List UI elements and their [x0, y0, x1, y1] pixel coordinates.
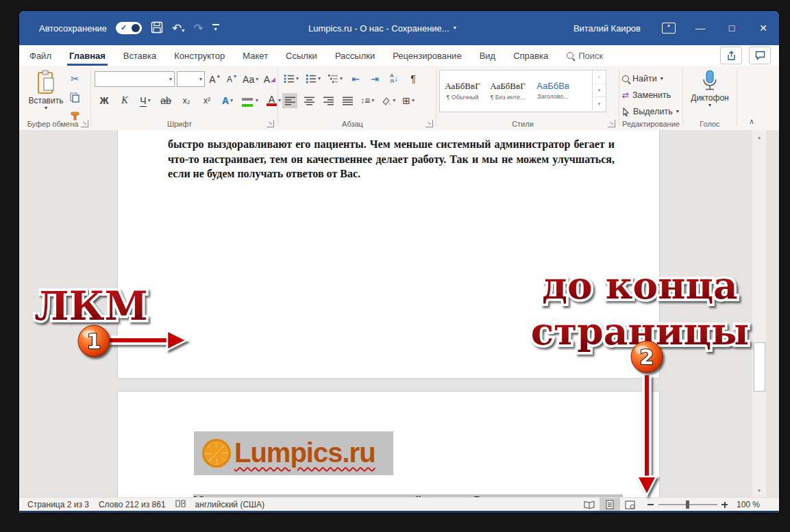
autosave-toggle[interactable]: ✓ [116, 22, 142, 34]
grow-font-button[interactable]: А▴ [207, 72, 222, 87]
collapse-ribbon-button[interactable]: ∧ [749, 117, 754, 126]
zoom-level[interactable]: 100 % [737, 500, 760, 509]
justify-button[interactable] [340, 93, 355, 108]
dictate-button[interactable]: Диктофон ▾ [690, 70, 730, 108]
italic-button[interactable]: К [117, 93, 132, 108]
page1-paragraph[interactable]: быстро выздоравливают его пациенты. Чем … [168, 137, 615, 181]
page-indicator[interactable]: Страница 2 из 3 [27, 500, 89, 509]
close-button[interactable]: ✕ [748, 11, 779, 45]
gallery-scroll-down-icon[interactable]: ▾ [593, 84, 606, 98]
ribbon-display-options-button[interactable]: ▴ [653, 11, 684, 45]
tab-insert[interactable]: Вставка [114, 45, 165, 66]
clipboard-dialog-launcher[interactable]: ↘ [81, 120, 88, 127]
find-button[interactable]: Найти ▾ [622, 71, 679, 86]
multilevel-list-button[interactable]: ▾ [326, 71, 344, 86]
line-spacing-lines-icon: ≡ [365, 95, 370, 106]
zoom-slider[interactable] [658, 504, 717, 505]
tab-mailings[interactable]: Рассылки [326, 45, 384, 66]
styles-dialog-launcher[interactable]: ↘ [608, 120, 615, 127]
paragraph-dialog-launcher[interactable]: ↘ [425, 120, 433, 127]
search-box[interactable]: Поиск [567, 51, 603, 61]
select-dropdown-icon: ▾ [676, 109, 679, 114]
print-layout-button[interactable] [600, 498, 620, 511]
page-2[interactable]: Lumpics.ru Мы — группа энтузиастов, одер… [118, 392, 659, 497]
font-dialog-launcher[interactable]: ↘ [267, 120, 274, 127]
undo-button[interactable]: ↶▾ [172, 23, 184, 34]
multilevel-dropdown-icon: ▾ [340, 76, 343, 81]
font-size-combo[interactable]: ▾ [177, 71, 205, 87]
style-no-spacing[interactable]: АаБбВвГ ¶ Без инте... [485, 71, 530, 110]
paste-button[interactable]: Вставить ▾ [27, 70, 64, 126]
strikethrough-button[interactable]: ab [158, 93, 173, 108]
tab-view[interactable]: Вид [471, 45, 505, 66]
style-heading1[interactable]: АаБбВв Заголово... [530, 71, 576, 110]
underline-dropdown-icon: ▾ [148, 98, 151, 103]
select-button[interactable]: Выделить ▾ [622, 104, 679, 119]
logo-text[interactable]: Lumpics.ru [234, 438, 375, 468]
customize-qat-button[interactable]: ▾ [212, 24, 219, 32]
style-sample: АаБбВвГ [445, 81, 480, 92]
align-right-button[interactable] [321, 93, 336, 108]
tab-file[interactable]: Файл [21, 45, 60, 66]
page-1[interactable]: быстро выздоравливают его пациенты. Чем … [118, 130, 659, 378]
comments-button[interactable] [749, 47, 771, 64]
copy-button[interactable] [67, 90, 82, 105]
align-left-button[interactable] [282, 93, 297, 108]
clipboard-small-buttons: ✂ [67, 71, 82, 123]
tab-review[interactable]: Рецензирование [384, 45, 470, 66]
title-dropdown-icon[interactable]: ▾ [454, 25, 456, 31]
gallery-expand-icon[interactable]: ▾ [593, 97, 606, 110]
scroll-down-button[interactable]: ▾ [753, 485, 765, 496]
web-layout-button[interactable] [620, 498, 641, 511]
tab-help[interactable]: Справка [504, 45, 557, 66]
show-marks-button[interactable]: ¶ [406, 71, 421, 86]
scrollbar-thumb[interactable] [754, 342, 765, 392]
bold-button[interactable]: Ж [97, 93, 112, 108]
minimize-button[interactable]: — [684, 11, 716, 45]
gallery-scroll-up-icon[interactable]: ▴ [593, 71, 606, 84]
proofing-status[interactable] [175, 499, 186, 510]
save-button[interactable] [151, 21, 163, 36]
tab-home[interactable]: Главная [60, 45, 114, 66]
logo-selection[interactable]: Lumpics.ru [194, 431, 393, 475]
shading-button[interactable]: ▾ [380, 93, 397, 108]
vertical-scrollbar[interactable]: ▴ ▾ [752, 130, 766, 497]
tab-references[interactable]: Ссылки [277, 45, 326, 66]
word-count[interactable]: Слово 212 из 861 [99, 500, 166, 509]
line-spacing-button[interactable]: ↕≡▾ [359, 93, 375, 108]
sort-button[interactable]: АЯ ↓ [386, 71, 402, 86]
align-center-button[interactable] [301, 93, 317, 108]
redo-button[interactable]: ↷ [193, 23, 203, 34]
zoom-in-button[interactable] [720, 498, 730, 511]
language-indicator[interactable]: английский (США) [195, 500, 264, 509]
zoom-slider-thumb[interactable] [686, 501, 689, 509]
bullets-button[interactable]: ▾ [282, 71, 300, 86]
zoom-out-button[interactable] [646, 498, 656, 511]
eraser-icon: ◢ [271, 76, 275, 83]
maximize-button[interactable]: □ [716, 11, 748, 45]
cut-button[interactable]: ✂ [67, 71, 82, 86]
style-normal[interactable]: АаБбВвГ ¶ Обычный [440, 71, 485, 110]
clear-formatting-button[interactable]: А◢ [262, 72, 277, 87]
tab-design[interactable]: Конструктор [165, 45, 234, 66]
read-mode-button[interactable] [579, 498, 600, 511]
font-name-combo[interactable]: ▾ [95, 71, 175, 87]
highlight-button[interactable]: ▾ [240, 93, 260, 108]
replace-button[interactable]: ⇄ Заменить [622, 88, 679, 103]
change-case-button[interactable]: Аа▾ [241, 72, 260, 87]
borders-button[interactable]: ⊞▾ [401, 93, 416, 108]
subscript-button[interactable]: x₂ [179, 93, 194, 108]
decrease-indent-button[interactable]: ⇤ [348, 71, 363, 86]
share-button[interactable] [720, 47, 742, 64]
superscript-button[interactable]: x² [199, 93, 214, 108]
autosave-label: Автосохранение [39, 23, 107, 34]
logo-line[interactable]: Lumpics.ru [194, 431, 393, 475]
scroll-up-button[interactable]: ▴ [753, 131, 765, 142]
increase-indent-button[interactable]: ⇥ [367, 71, 382, 86]
text-effects-button[interactable]: А▾ [220, 93, 235, 108]
tab-layout[interactable]: Макет [234, 45, 277, 66]
shrink-font-button[interactable]: А▾ [224, 72, 239, 87]
user-name[interactable]: Виталий Каиров [573, 23, 641, 34]
underline-button[interactable]: Ч▾ [138, 93, 153, 108]
numbering-button[interactable]: ▾ [304, 71, 322, 86]
